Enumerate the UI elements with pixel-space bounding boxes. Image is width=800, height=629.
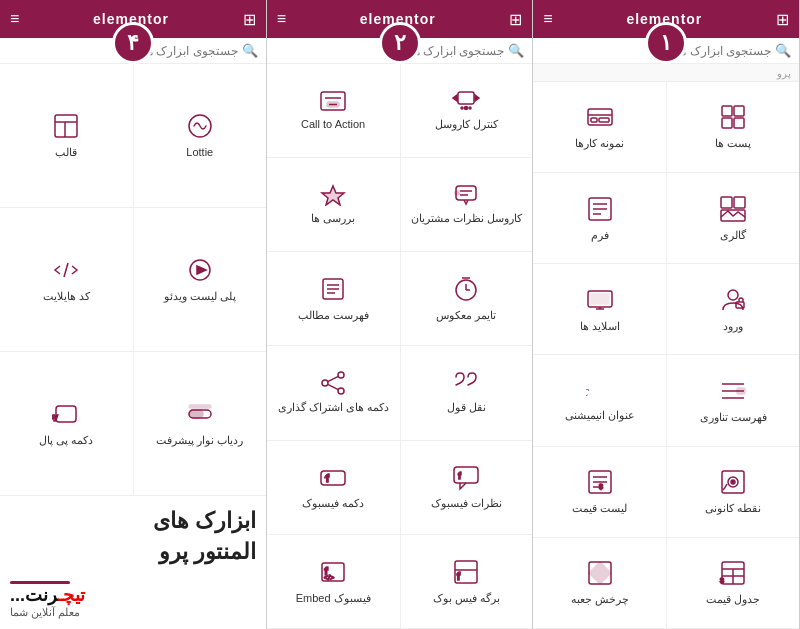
svg-rect-69	[591, 294, 609, 304]
cta-label: Call to Action	[301, 117, 365, 131]
slides-icon	[586, 286, 614, 314]
template-icon	[52, 112, 80, 140]
item-timer[interactable]: تایمر معکوس	[400, 252, 533, 346]
svg-point-17	[469, 107, 471, 109]
grid-middle: کنترل کاروسل Call to Action	[267, 64, 533, 629]
timer-label: تایمر معکوس	[436, 308, 496, 322]
paypal-label: دکمه پی پال	[39, 433, 93, 447]
item-fb-page[interactable]: f برگه فیس بوک	[400, 535, 533, 629]
item-gallery[interactable]: گالری	[666, 173, 799, 264]
svg-rect-75	[737, 388, 745, 394]
carousel-ctrl-label: کنترل کاروسل	[435, 117, 498, 131]
svg-rect-57	[591, 118, 597, 122]
svg-marker-13	[453, 95, 457, 101]
item-cta[interactable]: Call to Action	[267, 64, 400, 158]
svg-point-79	[731, 480, 735, 484]
svg-text:$: $	[720, 577, 724, 584]
promo-brand: تیچـرنت... معلم آنلاین شما	[10, 578, 256, 619]
template-label: قالب	[55, 145, 77, 159]
svg-rect-1	[55, 115, 77, 137]
item-lottie[interactable]: Lottie	[133, 64, 266, 208]
reviews-icon	[319, 184, 347, 206]
gallery-icon	[719, 195, 747, 223]
posts-icon	[719, 103, 747, 131]
item-paypal[interactable]: Pay دکمه پی پال	[0, 352, 133, 496]
item-login[interactable]: ورود	[666, 264, 799, 355]
section-label-pro: پرو	[533, 64, 799, 82]
svg-point-37	[322, 380, 328, 386]
svg-rect-59	[721, 197, 732, 208]
playlist-label: پلی لیست ویدئو	[164, 289, 236, 303]
item-form[interactable]: فرم	[533, 173, 666, 264]
svg-rect-10	[56, 406, 76, 422]
svg-rect-12	[458, 92, 474, 104]
item-price-table[interactable]: $ جدول قیمت	[666, 538, 799, 629]
item-carousel-ctrl[interactable]: کنترل کاروسل	[400, 64, 533, 158]
item-slides[interactable]: اسلاید ها	[533, 264, 666, 355]
menu-icon-left[interactable]: ≡	[10, 10, 19, 28]
login-label: ورود	[723, 319, 743, 333]
item-progress[interactable]: ردیاب نوار پیشرفت	[133, 352, 266, 496]
item-anim-title[interactable]: Abc عنوان انیمیشنی	[533, 355, 666, 446]
nav-list-icon	[719, 377, 747, 405]
item-focal[interactable]: نقطه کانونی	[666, 447, 799, 538]
item-quote[interactable]: نقل قول	[400, 346, 533, 440]
grid-icon-left[interactable]: ⊞	[243, 10, 256, 29]
item-template[interactable]: قالب	[0, 64, 133, 208]
item-portfolio[interactable]: نمونه کارها	[533, 82, 666, 173]
svg-rect-60	[734, 197, 745, 208]
item-share[interactable]: دکمه های اشتراک گذاری	[267, 346, 400, 440]
share-label: دکمه های اشتراک گذاری	[278, 400, 389, 414]
login-icon	[719, 286, 747, 314]
item-nav-list[interactable]: فهرست تناوری	[666, 355, 799, 446]
share-icon	[319, 371, 347, 395]
gallery-label: گالری	[720, 228, 746, 242]
item-fb-embed[interactable]: f </> فیسبوک Embed	[267, 535, 400, 629]
svg-line-39	[328, 377, 338, 382]
svg-rect-9	[189, 405, 211, 408]
reviews-carousel-label: کاروسل نظرات مشتریان	[411, 211, 522, 225]
portfolio-icon	[586, 103, 614, 131]
item-playlist[interactable]: پلی لیست ویدئو	[133, 208, 266, 352]
item-reviews[interactable]: بررسی ها	[267, 158, 400, 252]
svg-line-6	[64, 263, 68, 277]
fb-comments-label: نظرات فیسبوک	[431, 496, 502, 510]
carousel-ctrl-icon	[452, 90, 480, 112]
menu-icon-middle[interactable]: ≡	[277, 10, 286, 28]
price-table-icon: $	[719, 559, 747, 587]
item-flip-box[interactable]: چرخش جعبه	[533, 538, 666, 629]
item-fb-button[interactable]: f دکمه فیسبوک	[267, 441, 400, 535]
grid-icon-middle[interactable]: ⊞	[509, 10, 522, 29]
reviews-label: بررسی ها	[311, 211, 355, 225]
fb-embed-label: فیسبوک Embed	[296, 591, 371, 605]
item-fb-comments[interactable]: f نظرات فیسبوک	[400, 441, 533, 535]
portfolio-label: نمونه کارها	[575, 136, 624, 150]
playlist-icon	[186, 256, 214, 284]
search-icon-right: 🔍	[775, 43, 791, 58]
grid-icon-right[interactable]: ⊞	[776, 10, 789, 29]
svg-text:f: f	[326, 473, 330, 484]
fb-page-label: برگه فیس بوک	[433, 591, 500, 605]
fb-button-label: دکمه فیسبوک	[302, 496, 364, 510]
item-reviews-carousel[interactable]: کاروسل نظرات مشتریان	[400, 158, 533, 252]
svg-rect-8	[189, 410, 203, 418]
flip-box-label: چرخش جعبه	[571, 592, 629, 606]
fb-button-icon: f	[319, 465, 347, 491]
toc-icon	[319, 275, 347, 303]
quote-icon	[452, 371, 480, 395]
item-toc[interactable]: فهرست مطالب	[267, 252, 400, 346]
quote-label: نقل قول	[447, 400, 486, 414]
menu-icon-right[interactable]: ≡	[543, 10, 552, 28]
reviews-carousel-icon	[452, 184, 480, 206]
lottie-icon	[186, 112, 214, 140]
brand-logo: تیچـرنت...	[10, 584, 85, 606]
item-price-list[interactable]: $ لیست قیمت	[533, 447, 666, 538]
posts-label: پست ها	[715, 136, 751, 150]
price-table-label: جدول قیمت	[706, 592, 760, 606]
focal-icon	[719, 468, 747, 496]
svg-point-38	[338, 388, 344, 394]
svg-text:</>: </>	[324, 574, 334, 581]
item-code[interactable]: کد هایلایت	[0, 208, 133, 352]
anim-title-label: عنوان انیمیشنی	[565, 408, 635, 422]
item-posts[interactable]: پست ها	[666, 82, 799, 173]
